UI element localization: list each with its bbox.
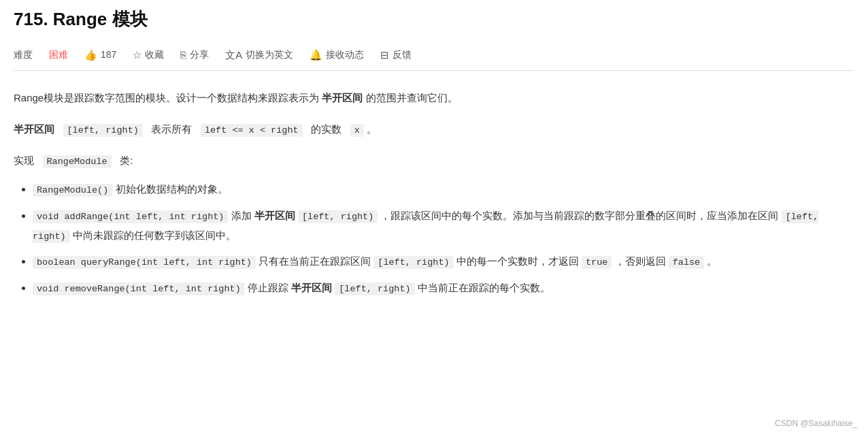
title-row: 715. Range 模块 xyxy=(14,8,854,31)
bullet3-text3: ，否则返回 xyxy=(615,255,669,267)
bullet3-code4: false xyxy=(669,256,705,269)
bullet3-code2: [left, right) xyxy=(373,256,453,269)
difficulty-badge: 困难 xyxy=(49,47,68,63)
bullet1-code: RangeModule() xyxy=(33,184,112,197)
content-area: Range模块是跟踪数字范围的模块。设计一个数据结构来跟踪表示为 半开区间 的范… xyxy=(14,83,854,310)
intro-paragraph: Range模块是跟踪数字范围的模块。设计一个数据结构来跟踪表示为 半开区间 的范… xyxy=(14,88,854,107)
bullet4-text2: 中当前正在跟踪的每个实数。 xyxy=(418,282,550,293)
intro-text-end: 的范围并查询它们。 xyxy=(366,92,458,103)
bullet3-code: boolean queryRange(int left, int right) xyxy=(33,256,256,269)
definition-line: 半开区间 [left, right) 表示所有 left <= x < righ… xyxy=(14,119,854,140)
bullet4-bold: 半开区间 xyxy=(291,282,332,293)
def-middle: 表示所有 xyxy=(151,123,192,135)
list-item: boolean queryRange(int left, int right) … xyxy=(33,252,854,272)
feedback-label: 反馈 xyxy=(393,47,412,63)
intro-text-start: Range模块是跟踪数字范围的模块。设计一个数据结构来跟踪表示为 xyxy=(14,92,319,103)
share-button[interactable]: ⎘ 分享 xyxy=(180,46,209,64)
page-title: 715. Range 模块 xyxy=(14,8,854,31)
impl-prefix: 实现 xyxy=(14,155,34,166)
difficulty-label: 难度 xyxy=(14,47,33,63)
bullet3-text1: 只有在当前正在跟踪区间 xyxy=(258,255,373,267)
bullet2-code2: [left, right) xyxy=(298,210,378,223)
def-code3: x xyxy=(350,124,364,137)
collect-button[interactable]: ☆ 收藏 xyxy=(133,46,164,64)
collect-icon: ☆ xyxy=(133,46,141,64)
feedback-button[interactable]: ⊟ 反馈 xyxy=(380,46,412,64)
bullet2-bold: 半开区间 xyxy=(254,210,295,221)
bullet2-text3: 中尚未跟踪的任何数字到该区间中。 xyxy=(73,229,236,241)
bullet2-text1: 添加 xyxy=(231,210,254,221)
meta-row: 难度 困难 👍 187 ☆ 收藏 ⎘ 分享 文A 切换为英文 🔔 接收动态 ⊟ … xyxy=(14,39,854,71)
def-code1: [left, right) xyxy=(63,124,143,137)
translate-label: 切换为英文 xyxy=(246,47,293,63)
feedback-icon: ⊟ xyxy=(380,46,389,64)
intro-bold: 半开区间 xyxy=(322,92,363,103)
impl-suffix: 类: xyxy=(120,155,133,166)
def-prefix: 半开区间 xyxy=(14,123,54,135)
list-item: void addRange(int left, int right) 添加 半开… xyxy=(33,206,854,245)
bullet4-text1: 停止跟踪 xyxy=(248,282,291,293)
bullet2-text2: ，跟踪该区间中的每个实数。添加与当前跟踪的数字部分重叠的区间时，应当添加在区间 xyxy=(380,210,781,221)
notify-button[interactable]: 🔔 接收动态 xyxy=(310,46,364,64)
notify-label: 接收动态 xyxy=(326,47,364,63)
list-item: RangeModule() 初始化数据结构的对象。 xyxy=(33,180,854,199)
bullet3-code3: true xyxy=(582,256,612,269)
page-wrapper: 715. Range 模块 难度 困难 👍 187 ☆ 收藏 ⎘ 分享 文A 切… xyxy=(0,0,868,330)
translate-icon: 文A xyxy=(225,46,242,64)
bullet2-code: void addRange(int left, int right) xyxy=(33,210,228,223)
bullet-list: RangeModule() 初始化数据结构的对象。 void addRange(… xyxy=(33,180,854,297)
bullet1-text: 初始化数据结构的对象。 xyxy=(116,183,228,195)
def-suffix: 的实数 xyxy=(311,123,341,135)
share-icon: ⎘ xyxy=(180,46,186,64)
collect-label: 收藏 xyxy=(145,47,164,63)
def-code2: left <= x < right xyxy=(201,124,303,137)
bullet4-code: void removeRange(int left, int right) xyxy=(33,282,245,295)
list-item: void removeRange(int left, int right) 停止… xyxy=(33,278,854,298)
bullet3-text2: 中的每一个实数时，才返回 xyxy=(456,255,582,267)
implement-line: 实现 RangeModule 类: xyxy=(14,152,854,170)
share-label: 分享 xyxy=(190,47,209,63)
def-end: 。 xyxy=(367,123,377,135)
impl-code: RangeModule xyxy=(43,155,112,168)
translate-button[interactable]: 文A 切换为英文 xyxy=(225,46,293,64)
likes-count: 187 xyxy=(101,47,116,63)
likes-icon: 👍 xyxy=(84,46,97,64)
bullet4-code2: [left, right) xyxy=(335,282,414,295)
notify-icon: 🔔 xyxy=(310,46,322,64)
likes-button[interactable]: 👍 187 xyxy=(84,46,116,64)
bullet3-text4: 。 xyxy=(707,255,717,267)
